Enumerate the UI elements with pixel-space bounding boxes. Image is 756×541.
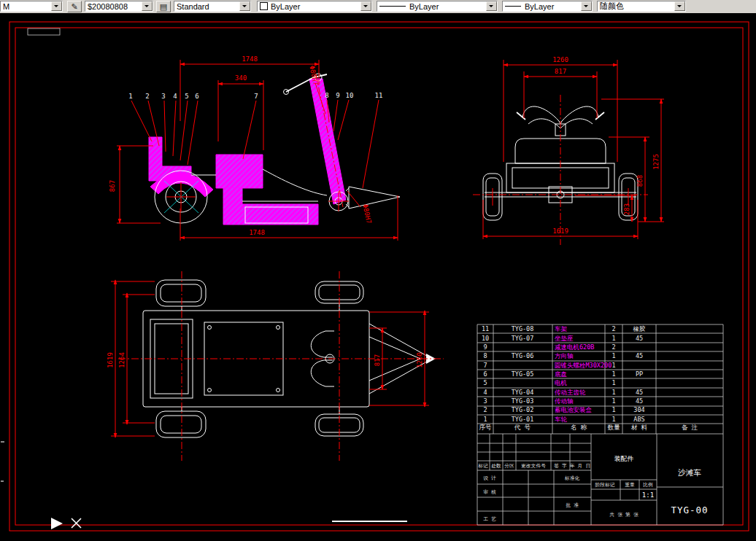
svg-text:备 注: 备 注 [682,424,698,431]
dim-text: 1275 [652,154,660,170]
dim-text: 1260 [416,352,423,368]
svg-text:蓄电池安装盒: 蓄电池安装盒 [554,406,593,413]
svg-text:4: 4 [173,93,177,100]
color-combo[interactable]: ByLayer [257,1,372,12]
dim-text: 1748 [249,229,265,236]
layer-value: M [3,2,9,11]
svg-text:5: 5 [185,93,188,100]
dim-text: 1619 [552,227,568,235]
svg-text:1: 1 [612,389,615,396]
svg-text:签 字: 签 字 [554,463,567,469]
dim-text: 817 [555,68,566,75]
svg-text:审 核: 审 核 [483,489,496,495]
svg-text:共 张 第 张: 共 张 第 张 [609,512,639,518]
plot-style-combo[interactable]: 随颜色 [597,1,686,12]
svg-text:9: 9 [336,92,339,99]
plot-style-value: 随颜色 [600,1,624,12]
svg-text:45: 45 [636,397,643,405]
svg-text:1: 1 [612,335,615,342]
svg-text:TYG-06: TYG-06 [512,352,534,359]
svg-text:传动主齿轮: 传动主齿轮 [554,389,586,396]
svg-text:设 计: 设 计 [483,475,496,481]
svg-text:TYG-03: TYG-03 [512,397,534,405]
dim-style-button[interactable]: ▤ [156,1,171,12]
svg-text:标记: 标记 [477,463,488,469]
svg-text:分区: 分区 [504,463,514,469]
dim-text: 1619 [107,352,114,368]
svg-text:8: 8 [483,352,487,359]
dim-text: 340 [235,74,247,82]
text-style-button[interactable]: ✎ [67,1,82,12]
svg-text:材 料: 材 料 [630,424,648,431]
top-view: 1619 1264 817 1260 [107,271,444,461]
svg-text:TYG-04: TYG-04 [512,389,534,396]
lineweight-value: ByLayer [525,2,554,11]
svg-text:45: 45 [636,335,643,342]
properties-toolbar: M ✎ $20080808 ▤ Standard ByLayer ByLayer [0,0,756,14]
svg-text:传动轴: 传动轴 [554,397,574,405]
svg-text:9: 9 [483,343,487,351]
lineweight-sample-icon [505,6,521,7]
svg-text:代 号: 代 号 [514,424,531,431]
svg-text:1: 1 [612,416,615,423]
svg-text:5: 5 [483,379,487,386]
svg-text:1: 1 [612,362,615,369]
chevron-down-icon[interactable] [51,1,62,11]
svg-text:2: 2 [145,93,149,100]
left-panel-sliver [1,442,4,481]
svg-text:阶段标记: 阶段标记 [595,482,614,488]
chevron-down-icon[interactable] [486,1,497,11]
svg-text:工 艺: 工 艺 [483,516,496,522]
chevron-down-icon[interactable] [581,1,592,11]
lineweight-combo[interactable]: ByLayer [502,1,593,12]
drawing-canvas[interactable]: 1748 340 867 1748 Φ80H7 Φ80H7 1 2 3 4 5 [0,13,756,541]
svg-text:方向轴: 方向轴 [555,352,574,359]
chevron-down-icon[interactable] [674,1,685,11]
svg-text:比例: 比例 [643,482,653,488]
svg-text:45: 45 [636,389,643,396]
svg-text:1: 1 [612,406,615,413]
svg-text:坐垫座: 坐垫座 [555,335,574,342]
dim-text: 283 [623,203,630,215]
drawing-svg[interactable]: 1748 340 867 1748 Φ80H7 Φ80H7 1 2 3 4 5 [0,13,756,541]
bom-table: 11TYG-08车架2橡胶 10TYG-07坐垫座145 9减速电机620B2 … [477,324,723,434]
svg-text:3: 3 [161,93,165,100]
svg-text:橡胶: 橡胶 [633,325,647,332]
side-view: 1748 340 867 1748 Φ80H7 Φ80H7 1 2 3 4 5 [109,55,400,241]
svg-text:1: 1 [128,93,132,100]
cad-application-window: M ✎ $20080808 ▤ Standard ByLayer ByLayer [0,0,756,541]
svg-text:圆锥头螺栓M30X200: 圆锥头螺栓M30X200 [555,362,612,369]
svg-text:6: 6 [483,370,487,378]
svg-text:TYG-07: TYG-07 [512,335,534,342]
text-style-combo[interactable]: $20080808 [85,1,153,12]
color-value: ByLayer [271,2,300,11]
text-style-value: $20080808 [88,2,128,11]
dim-text: 1748 [242,55,258,63]
chevron-down-icon[interactable] [142,1,153,11]
svg-text:7: 7 [254,93,258,100]
svg-text:1: 1 [612,370,615,378]
chevron-down-icon[interactable] [239,1,250,11]
svg-text:重量: 重量 [625,482,635,488]
dim-style-combo[interactable]: Standard [174,1,251,12]
linetype-value: ByLayer [409,2,439,11]
svg-text:7: 7 [483,362,487,369]
linetype-combo[interactable]: ByLayer [377,1,498,12]
svg-text:3: 3 [483,397,487,405]
svg-text:1: 1 [612,379,615,386]
pen-icon: ✎ [71,2,77,12]
svg-text:TYG-02: TYG-02 [512,406,534,413]
linetype-sample-icon [379,6,406,7]
svg-text:6: 6 [195,93,198,100]
svg-text:PP: PP [636,370,643,378]
svg-text:8: 8 [325,92,328,99]
svg-text:数量: 数量 [608,424,621,431]
layer-combo[interactable]: M [0,1,63,12]
svg-text:1: 1 [483,416,487,423]
chevron-down-icon[interactable] [360,1,371,11]
dim-style-value: Standard [177,2,209,11]
svg-text:2: 2 [612,343,615,351]
svg-text:2: 2 [612,325,615,332]
svg-text:45: 45 [636,352,643,359]
svg-text:更改文件号: 更改文件号 [521,463,546,469]
